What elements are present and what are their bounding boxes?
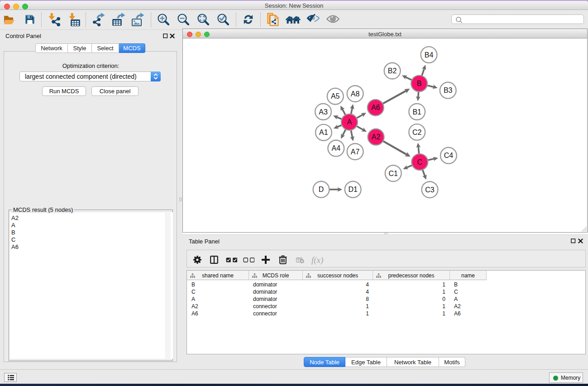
svg-text:C3: C3 <box>425 186 435 194</box>
svg-text:A6: A6 <box>371 104 380 111</box>
svg-text:A4: A4 <box>332 144 341 152</box>
svg-text:C: C <box>417 158 423 166</box>
svg-text:A2: A2 <box>372 133 381 141</box>
svg-text:C4: C4 <box>444 152 454 159</box>
svg-text:A3: A3 <box>319 108 328 116</box>
svg-text:A7: A7 <box>351 148 360 156</box>
svg-text:A8: A8 <box>351 90 360 98</box>
svg-text:B3: B3 <box>444 86 453 94</box>
svg-text:C2: C2 <box>412 129 422 136</box>
svg-text:A5: A5 <box>331 92 340 100</box>
svg-text:B1: B1 <box>412 108 421 116</box>
svg-text:B2: B2 <box>388 67 397 75</box>
svg-text:D1: D1 <box>348 186 358 193</box>
svg-text:D: D <box>319 186 324 193</box>
svg-text:B: B <box>417 80 422 87</box>
svg-text:C1: C1 <box>388 170 398 177</box>
svg-text:A1: A1 <box>319 129 328 136</box>
svg-text:A: A <box>347 118 352 126</box>
svg-text:B4: B4 <box>425 51 434 59</box>
